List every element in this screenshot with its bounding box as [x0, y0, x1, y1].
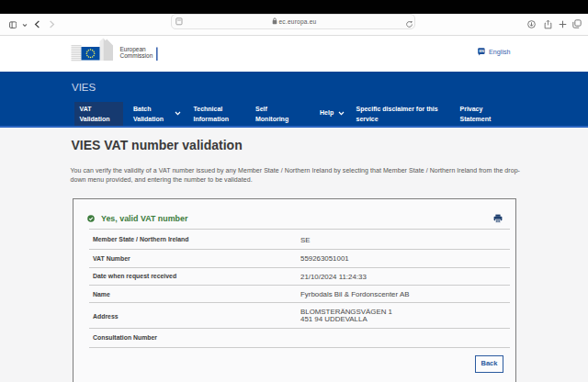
svg-text:EN: EN [479, 49, 484, 53]
svg-text:Commission: Commission [120, 52, 153, 59]
